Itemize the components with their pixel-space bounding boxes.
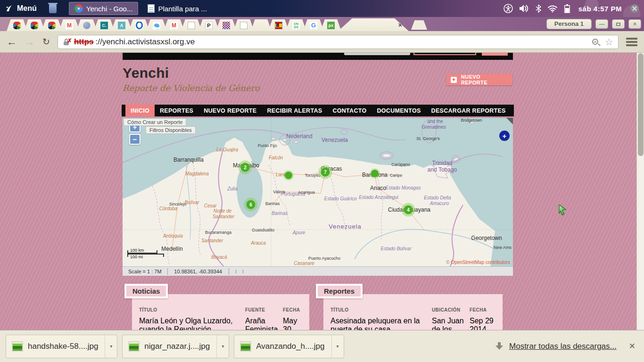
trash-icon[interactable] — [49, 4, 57, 13]
power-icon[interactable] — [630, 4, 639, 13]
scrollbar-thumb[interactable] — [638, 53, 644, 156]
forward-button[interactable]: → — [25, 37, 35, 47]
nav-item-documentos[interactable]: DOCUMENTOS — [372, 105, 426, 116]
map-marker[interactable] — [285, 172, 292, 179]
browser-tab[interactable]: P — [198, 19, 219, 31]
page-scrollbar[interactable] — [636, 53, 644, 330]
browser-tab[interactable] — [268, 19, 289, 31]
osm-link[interactable]: OpenStreetMap contributors — [451, 260, 510, 265]
download-menu-caret[interactable]: ▾ — [216, 335, 229, 358]
tabstrip-right: Persona 1 — × — [546, 19, 641, 31]
download-item[interactable]: nigar_nazar.j....jpg▾ — [122, 335, 229, 358]
accessibility-icon[interactable] — [504, 4, 513, 13]
pixel-grid-favicon-icon — [223, 22, 230, 29]
nav-item-inicio[interactable]: INICIO — [125, 105, 155, 116]
new-tab-button[interactable] — [411, 20, 427, 30]
browser-menu-icon[interactable] — [626, 38, 637, 46]
address-bar[interactable]: ✗ https ://yenchi.activistasxsl.org.ve ☆ — [58, 35, 619, 49]
nav-item-descargar-reportes[interactable]: DESCARGAR REPORTES — [426, 105, 511, 116]
browser-tab[interactable] — [76, 19, 97, 31]
browser-tab[interactable]: M — [164, 19, 184, 31]
battery-icon[interactable] — [564, 4, 570, 13]
volume-icon[interactable] — [519, 4, 529, 13]
clock[interactable]: sáb 4:57 PM — [578, 5, 622, 13]
map-expand-button[interactable]: + — [499, 131, 510, 141]
tooltip-filtros[interactable]: Filtros Disponibles — [146, 126, 196, 134]
browser-tab[interactable]: G — [303, 19, 324, 31]
download-filename: handshake-58....jpg — [28, 342, 105, 351]
image-file-icon — [240, 341, 251, 352]
download-menu-caret[interactable]: ▾ — [105, 335, 117, 358]
nav-item-recibir-alertas[interactable]: RECIBIR ALERTAS — [262, 105, 327, 116]
taskbar-window-label: Yenchi - Goo... — [86, 5, 133, 13]
browser-tab[interactable]: ∧ — [111, 19, 132, 31]
wifi-icon[interactable] — [547, 5, 558, 12]
map[interactable]: + − + Cómo Crear un Reporte Filtros Disp… — [123, 118, 513, 266]
download-item[interactable]: handshake-58....jpg▾ — [6, 335, 117, 358]
profile-button[interactable]: Persona 1 — [546, 19, 592, 29]
cropped-outline-box — [413, 53, 476, 55]
tabs: MC.∧MPON GSGpx× — [7, 18, 405, 31]
bookmark-star-icon[interactable]: ☆ — [605, 37, 613, 47]
download-filename: Avanzando_h....jpg — [256, 342, 331, 351]
tooltip-como-crear[interactable]: Cómo Crear un Reporte — [124, 118, 186, 126]
browser-tab[interactable] — [251, 19, 272, 31]
restore-button[interactable] — [612, 19, 625, 29]
new-report-button[interactable]: + NUEVO REPORTE — [446, 74, 512, 85]
column-header: FECHA — [283, 307, 305, 313]
map-marker[interactable]: 2 — [241, 163, 250, 172]
mountain-favicon-icon: ∧ — [118, 22, 125, 29]
browser-tab[interactable] — [181, 19, 202, 31]
gmail-favicon-icon: M — [66, 22, 73, 29]
minimize-button[interactable]: — — [595, 19, 608, 29]
browser-tab[interactable] — [24, 19, 45, 31]
browser-tab[interactable]: ON GS — [286, 19, 306, 31]
globe-favicon-icon — [83, 22, 91, 29]
browser-tab[interactable] — [233, 19, 254, 31]
browser-tab[interactable] — [41, 19, 62, 31]
map-scale-bar: 100 km 100 mi — [127, 250, 164, 257]
menu-logo-icon — [5, 4, 13, 13]
back-button[interactable]: ← — [7, 37, 17, 47]
tab-close-icon[interactable]: × — [398, 22, 402, 28]
nav-item-contacto[interactable]: CONTACTO — [327, 105, 372, 116]
download-menu-caret[interactable]: ▾ — [331, 335, 344, 358]
show-all-downloads[interactable]: Mostrar todas las descargas... — [495, 342, 624, 351]
column-header: UBICACIÓN — [432, 307, 465, 313]
map-marker[interactable]: 6 — [247, 200, 256, 209]
nav-item-reportes[interactable]: REPORTES — [155, 105, 198, 116]
map-marker[interactable] — [371, 170, 379, 177]
nav-item-nuevo-reporte[interactable]: NUEVO REPORTE — [198, 105, 262, 116]
browser-tab[interactable] — [129, 19, 149, 31]
browser-tab-strip: MC.∧MPON GSGpx× Persona 1 — × — [0, 17, 644, 31]
system-menu-button[interactable]: Menú — [5, 4, 37, 13]
cropped-button — [482, 53, 508, 56]
taskbar-window-button[interactable]: Yenchi - Goo... — [69, 2, 139, 15]
browser-toolbar: ← → ↻ ✗ https ://yenchi.activistasxsl.or… — [0, 31, 644, 53]
downloads-bar: handshake-58....jpg▾nigar_nazar.j....jpg… — [0, 330, 644, 362]
browser-tab[interactable]: M — [59, 19, 80, 31]
active-tab[interactable]: × — [338, 18, 409, 31]
web-page: Yenchi Reporte de Violencia de Género + … — [0, 53, 636, 362]
browser-tab[interactable]: px — [321, 19, 341, 31]
insecure-lock-icon[interactable]: ✗ — [63, 38, 70, 46]
browser-tab[interactable] — [216, 19, 237, 31]
browser-tab[interactable]: C. — [94, 19, 115, 31]
map-status-bar: Scale = 1 : 7M 10.98361, -60.39344 — [123, 266, 513, 276]
browser-tab[interactable] — [7, 19, 27, 31]
map-marker[interactable]: 4 — [404, 206, 413, 214]
zoom-out-icon[interactable] — [592, 39, 598, 45]
bluetooth-icon[interactable] — [536, 4, 541, 13]
taskbar-window-button[interactable]: Plantilla para ... — [142, 2, 212, 15]
twitter-favicon-icon — [153, 22, 160, 29]
download-item[interactable]: Avanzando_h....jpg▾ — [234, 335, 344, 358]
site-title: Yenchi — [123, 65, 169, 81]
taskbar-windows: Yenchi - Goo...Plantilla para ... — [69, 2, 216, 15]
reload-button[interactable]: ↻ — [42, 36, 50, 47]
map-marker[interactable]: 7 — [321, 168, 330, 177]
zoom-out-button[interactable]: − — [129, 134, 140, 145]
browser-tab[interactable] — [146, 19, 167, 31]
close-downloads-bar[interactable]: ✕ — [629, 341, 636, 351]
px-favicon-icon: px — [327, 22, 335, 29]
close-window-button[interactable]: × — [628, 19, 641, 29]
